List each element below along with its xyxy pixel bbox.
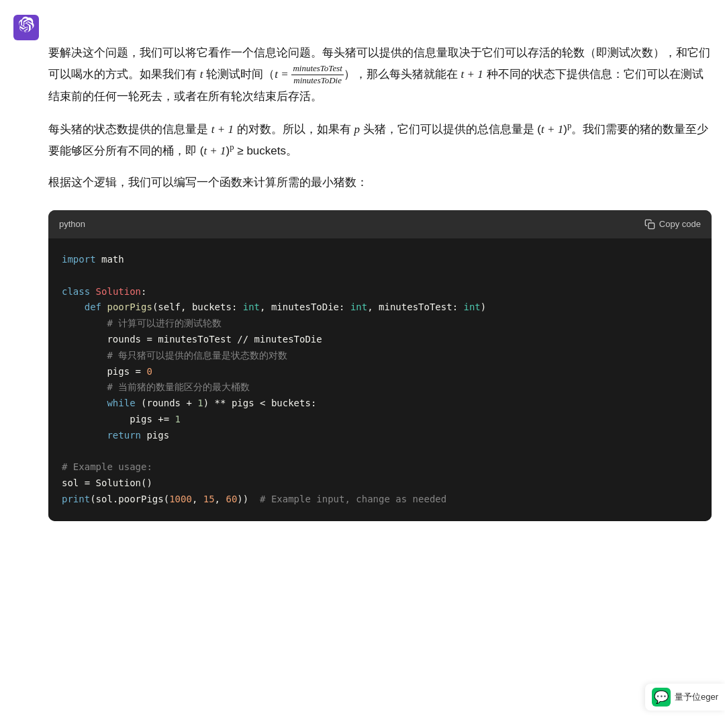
copy-button[interactable]: Copy code — [644, 219, 701, 230]
math-t: t — [200, 68, 203, 81]
comment-example: # Example usage: — [62, 461, 152, 472]
kw-import: import — [62, 254, 96, 265]
kw-print: print — [62, 494, 90, 504]
math-t1-2: t + 1 — [211, 123, 234, 136]
math-t1: t + 1 — [461, 68, 483, 81]
num-1000: 1000 — [169, 494, 192, 504]
kw-while: while — [107, 398, 135, 408]
text-block: 要解决这个问题，我们可以将它看作一个信息论问题。每头猪可以提供的信息量取决于它们… — [0, 40, 725, 205]
openai-icon — [18, 16, 34, 39]
num-one-2: 1 — [175, 414, 181, 424]
fn-poor-pigs: poorPigs — [107, 302, 152, 312]
type-int-2: int — [350, 302, 367, 312]
num-one-1: 1 — [197, 398, 203, 408]
class-name: Solution — [96, 286, 141, 297]
math-sup-p2: p — [230, 142, 234, 152]
paragraph-1: 要解决这个问题，我们可以将它看作一个信息论问题。每头猪可以提供的信息量取决于它们… — [48, 43, 712, 106]
math-p: p — [354, 123, 360, 136]
paragraph-3: 根据这个逻辑，我们可以编写一个函数来计算所需的最小猪数： — [48, 173, 712, 193]
math-t-eq: t = — [275, 68, 288, 81]
fraction-denominator: minutesToDie — [291, 75, 343, 87]
num-zero: 0 — [146, 366, 152, 377]
num-15: 15 — [203, 494, 215, 504]
math-sup-p: p — [567, 121, 571, 130]
fraction-numerator: minutesToTest — [291, 63, 343, 75]
code-header: python Copy code — [48, 210, 712, 238]
num-60: 60 — [226, 494, 237, 504]
page-wrapper: 要解决这个问题，我们可以将它看作一个信息论问题。每头猪可以提供的信息量取决于它们… — [0, 0, 725, 533]
kw-def: def — [85, 302, 101, 312]
math-t1-4: t + 1 — [203, 144, 226, 156]
kw-return: return — [107, 430, 141, 441]
copy-label: Copy code — [659, 219, 701, 229]
copy-icon — [644, 219, 655, 230]
comment-input: # Example input, change as needed — [260, 494, 446, 504]
avatar — [13, 15, 39, 40]
comment-3: # 当前猪的数量能区分的最大桶数 — [107, 381, 250, 392]
svg-rect-0 — [648, 223, 655, 229]
code-body: import math class Solution: def poorPigs… — [48, 238, 712, 521]
type-int-1: int — [243, 302, 260, 312]
message-block — [0, 0, 725, 40]
wechat-icon: 💬 — [652, 688, 671, 707]
comment-1: # 计算可以进行的测试轮数 — [107, 318, 222, 328]
code-language: python — [59, 217, 85, 232]
badge-text: 量予位eger — [675, 690, 718, 704]
kw-class: class — [62, 286, 90, 297]
code-block: python Copy code import math class Solut… — [48, 210, 712, 521]
math-t1-3: t + 1 — [541, 123, 563, 136]
wechat-badge: 💬 量予位eger — [645, 684, 725, 711]
math-fraction: minutesToTestminutesToDie — [291, 63, 343, 87]
paragraph-2: 每头猪的状态数提供的信息量是 t + 1 的对数。所以，如果有 p 头猪，它们可… — [48, 118, 712, 161]
type-int-3: int — [464, 302, 481, 312]
comment-2: # 每只猪可以提供的信息量是状态数的对数 — [107, 350, 287, 361]
